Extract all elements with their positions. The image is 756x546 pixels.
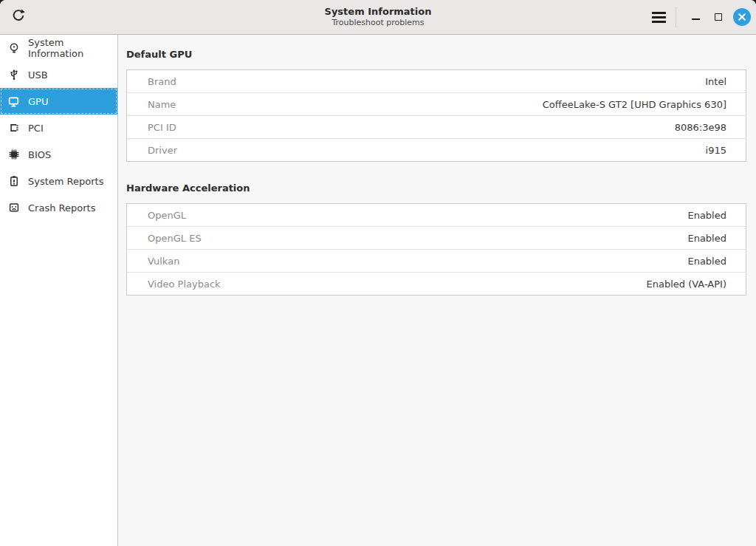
table-row: Name CoffeeLake-S GT2 [UHD Graphics 630]: [127, 92, 746, 115]
table-row: Driver i915: [127, 138, 746, 161]
sidebar-item-label: BIOS: [28, 149, 51, 160]
main-panel: Default GPU Brand Intel Name CoffeeLake-…: [118, 35, 756, 546]
section-title: Default GPU: [126, 49, 746, 60]
pci-card-icon: [7, 121, 21, 134]
sidebar-item-label: Crash Reports: [28, 202, 95, 214]
hamburger-menu-button[interactable]: [646, 4, 671, 30]
titlebar: System Information Troubleshoot problems: [0, 0, 756, 35]
table-row: Video Playback Enabled (VA-API): [127, 272, 746, 295]
sidebar-item-label: System Reports: [28, 176, 103, 187]
refresh-button[interactable]: [6, 4, 31, 30]
content-area: System Information USB: [0, 35, 756, 546]
app-window: System Information Troubleshoot problems: [0, 0, 756, 546]
sidebar-item-pci[interactable]: PCI: [0, 115, 117, 141]
row-value: 8086:3e98: [675, 122, 726, 133]
sidebar-item-label: System Information: [28, 37, 117, 59]
sidebar-item-label: GPU: [28, 96, 48, 107]
table-row: Brand Intel: [127, 70, 746, 92]
row-label: OpenGL ES: [148, 233, 202, 244]
row-label: Video Playback: [148, 279, 221, 290]
row-value: i915: [706, 145, 726, 156]
sidebar-item-bios[interactable]: BIOS: [0, 141, 117, 168]
title-block: System Information Troubleshoot problems: [325, 6, 432, 28]
sidebar-item-label: PCI: [28, 123, 44, 134]
titlebar-separator: [676, 7, 676, 27]
clipboard-alert-icon: [7, 174, 21, 188]
row-value: Enabled (VA-API): [647, 279, 726, 290]
row-value: Enabled: [687, 233, 726, 244]
sidebar: System Information USB: [0, 35, 118, 546]
row-value: Enabled: [687, 210, 726, 221]
row-label: OpenGL: [148, 210, 186, 221]
section-default-gpu: Default GPU Brand Intel Name CoffeeLake-…: [126, 49, 746, 162]
table-row: OpenGL ES Enabled: [127, 226, 746, 249]
info-table: OpenGL Enabled OpenGL ES Enabled Vulkan …: [126, 203, 746, 296]
sidebar-item-system-information[interactable]: System Information: [0, 35, 117, 61]
lightbulb-icon: [7, 41, 21, 55]
refresh-icon: [10, 7, 27, 27]
row-value: CoffeeLake-S GT2 [UHD Graphics 630]: [543, 99, 726, 110]
row-label: Driver: [148, 145, 177, 156]
window-title: System Information: [325, 6, 432, 18]
table-row: PCI ID 8086:3e98: [127, 115, 746, 138]
display-icon: [7, 95, 21, 108]
sidebar-item-crash-reports[interactable]: Crash Reports: [0, 194, 117, 221]
sidebar-item-label: USB: [28, 69, 48, 81]
section-title: Hardware Acceleration: [126, 182, 746, 194]
minimize-button[interactable]: [686, 7, 705, 27]
window-subtitle: Troubleshoot problems: [325, 18, 432, 28]
sidebar-item-system-reports[interactable]: System Reports: [0, 168, 117, 194]
table-row: Vulkan Enabled: [127, 249, 746, 272]
row-label: Brand: [148, 76, 176, 87]
row-label: PCI ID: [148, 122, 176, 133]
crash-face-icon: [7, 201, 21, 214]
info-table: Brand Intel Name CoffeeLake-S GT2 [UHD G…: [126, 69, 746, 162]
section-hardware-acceleration: Hardware Acceleration OpenGL Enabled Ope…: [126, 182, 746, 296]
maximize-icon: [715, 13, 722, 21]
row-value: Intel: [705, 76, 726, 87]
usb-icon: [7, 68, 21, 81]
sidebar-item-usb[interactable]: USB: [0, 61, 117, 88]
row-label: Name: [148, 99, 176, 110]
maximize-button[interactable]: [709, 7, 728, 27]
table-row: OpenGL Enabled: [127, 204, 746, 226]
sidebar-item-gpu[interactable]: GPU: [0, 88, 117, 115]
minimize-icon: [692, 18, 700, 20]
close-button[interactable]: [733, 8, 751, 26]
chip-icon: [7, 148, 21, 161]
row-value: Enabled: [687, 256, 726, 267]
titlebar-controls: [646, 0, 751, 34]
hamburger-icon: [652, 12, 666, 14]
row-label: Vulkan: [148, 256, 179, 267]
close-icon: [738, 10, 746, 24]
